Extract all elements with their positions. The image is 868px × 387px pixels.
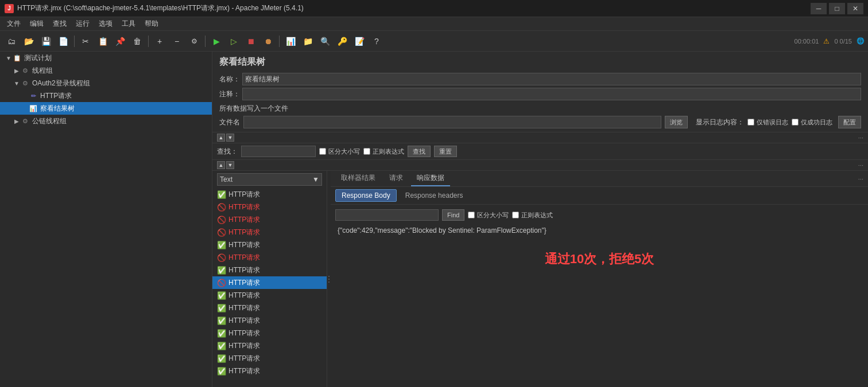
request-item-15[interactable]: ✅ HTTP请求 (212, 365, 327, 377)
request-item-3[interactable]: 🚫 HTTP请求 (212, 213, 327, 226)
menu-tools[interactable]: 工具 (117, 18, 140, 30)
request-item-5[interactable]: ✅ HTTP请求 (212, 239, 327, 251)
sidebar-item-oauth2-group[interactable]: ▼ ⚙ OAuth2登录线程组 (0, 77, 212, 89)
menu-run[interactable]: 运行 (71, 18, 94, 30)
toolbar-start-button[interactable]: ▶ (208, 33, 224, 49)
scroll-down-button[interactable]: ▼ (226, 134, 234, 142)
comment-input[interactable] (242, 88, 861, 100)
sidebar: ▼ 📋 测试计划 ▶ ⚙ 线程组 ▼ ⚙ OAuth2登录线程组 ▶ ✏ HTT… (0, 52, 212, 387)
case-sensitive-label: 区分大小写 (328, 147, 360, 156)
menu-options[interactable]: 选项 (94, 18, 117, 30)
response-content: Find 区分大小写 正则表达式 {"code":429,"message":"… (331, 205, 868, 387)
menu-file[interactable]: 文件 (2, 18, 25, 30)
toolbar-save-button[interactable]: 💾 (38, 33, 54, 49)
browse-button[interactable]: 浏览 (665, 116, 688, 128)
toolbar-help-button[interactable]: ? (369, 33, 385, 49)
find-bar: Find 区分大小写 正则表达式 (335, 208, 863, 222)
drag-dot-1 (328, 276, 330, 277)
toolbar-new-button[interactable]: 🗂 (3, 33, 20, 49)
sidebar-item-label-thread-group-1: 线程组 (32, 66, 53, 76)
scroll-up-button-2[interactable]: ▲ (217, 161, 225, 169)
find-case-sensitive-checkbox[interactable] (468, 212, 475, 218)
sidebar-item-test-plan[interactable]: ▼ 📋 测试计划 (0, 52, 212, 64)
sub-tab-response-headers[interactable]: Response headers (399, 189, 470, 202)
tab-request[interactable]: 请求 (383, 171, 409, 186)
request-item-10[interactable]: ✅ HTTP请求 (212, 302, 327, 314)
error-log-label: 仅错误日志 (757, 118, 788, 127)
toolbar-clearall-button[interactable]: 📁 (300, 33, 316, 49)
request-item-8[interactable]: 🚫 HTTP请求 (212, 276, 327, 289)
file-name-input[interactable] (243, 116, 661, 128)
thread-group-1-icon: ⚙ (21, 66, 30, 75)
find-btn[interactable]: Find (442, 209, 464, 221)
search-input[interactable] (241, 146, 316, 157)
tab-sampler-result[interactable]: 取样器结果 (335, 171, 381, 186)
case-sensitive-row: 区分大小写 (319, 147, 360, 156)
minimize-button[interactable]: ─ (811, 3, 827, 14)
request-item-11[interactable]: ✅ HTTP请求 (212, 314, 327, 327)
tree-arrow-test-plan[interactable]: ▼ (5, 55, 13, 61)
toolbar-clear-button[interactable]: 📊 (282, 33, 299, 49)
tab-response-data[interactable]: 响应数据 (411, 171, 450, 186)
error-log-checkbox-row: 仅错误日志 (747, 118, 788, 127)
toolbar-sep-2 (148, 36, 149, 47)
regex-checkbox[interactable] (363, 148, 370, 155)
timer-display: 00:00:01 (795, 38, 819, 45)
toolbar-settings-button[interactable]: ⚙ (186, 33, 202, 49)
name-input[interactable] (242, 73, 861, 85)
request-item-7[interactable]: ✅ HTTP请求 (212, 264, 327, 276)
find-input[interactable] (335, 209, 439, 221)
request-item-14[interactable]: ✅ HTTP请求 (212, 352, 327, 365)
toolbar-paste-button[interactable]: 📌 (112, 33, 128, 49)
find-regex-checkbox[interactable] (512, 212, 519, 218)
toolbar-template-button[interactable]: 📝 (351, 33, 367, 49)
tree-arrow-oauth2[interactable]: ▼ (13, 80, 21, 87)
scroll-up-button[interactable]: ▲ (217, 134, 225, 142)
req-icon-success-13: ✅ (217, 342, 226, 350)
close-button[interactable]: ✕ (847, 3, 863, 14)
toolbar-shutdown-button[interactable]: ⏺ (260, 33, 276, 49)
req-label-13: HTTP请求 (228, 341, 260, 351)
toolbar-remove-button[interactable]: − (169, 33, 185, 49)
bottom-area: Text ▼ ✅ HTTP请求 🚫 HTTP请求 🚫 HTTP请求 (212, 171, 868, 387)
toolbar-function-button[interactable]: 🔑 (334, 33, 350, 49)
sidebar-item-http-request[interactable]: ▶ ✏ HTTP请求 (0, 89, 212, 102)
scroll-down-button-2[interactable]: ▼ (226, 161, 234, 169)
sidebar-item-thread-group-1[interactable]: ▶ ⚙ 线程组 (0, 64, 212, 77)
request-item-4[interactable]: 🚫 HTTP请求 (212, 226, 327, 239)
request-item-1[interactable]: ✅ HTTP请求 (212, 188, 327, 201)
tree-arrow-thread-group-2[interactable]: ▶ (13, 118, 21, 124)
find-button[interactable]: 查找 (408, 146, 431, 157)
config-button[interactable]: 配置 (838, 116, 861, 128)
req-icon-success-11: ✅ (217, 316, 226, 325)
req-label-8: HTTP请求 (228, 278, 260, 288)
sidebar-item-view-result[interactable]: ▶ 📊 察看结果树 (0, 102, 212, 115)
toolbar-browse-button[interactable]: 🔍 (317, 33, 333, 49)
menu-edit[interactable]: 编辑 (25, 18, 48, 30)
toolbar-add-button[interactable]: + (152, 33, 168, 49)
req-label-10: HTTP请求 (228, 303, 260, 313)
request-list-dropdown[interactable]: Text ▼ (217, 173, 322, 186)
toolbar-stop-button[interactable]: ⏹ (243, 33, 259, 49)
menu-search[interactable]: 查找 (48, 18, 71, 30)
request-item-12[interactable]: ✅ HTTP请求 (212, 327, 327, 339)
request-item-13[interactable]: ✅ HTTP请求 (212, 339, 327, 352)
menu-help[interactable]: 帮助 (140, 18, 163, 30)
toolbar-cut-button[interactable]: ✂ (78, 33, 94, 49)
sub-tab-response-body[interactable]: Response Body (335, 189, 397, 202)
reset-button[interactable]: 重置 (434, 146, 457, 157)
toolbar-saveas-button[interactable]: 📄 (55, 33, 71, 49)
toolbar-delete-button[interactable]: 🗑 (129, 33, 145, 49)
case-sensitive-checkbox[interactable] (319, 148, 326, 155)
toolbar-open-button[interactable]: 📂 (21, 33, 37, 49)
request-item-2[interactable]: 🚫 HTTP请求 (212, 201, 327, 213)
sidebar-item-thread-group-2[interactable]: ▶ ⚙ 公链线程组 (0, 115, 212, 127)
error-log-checkbox[interactable] (747, 119, 754, 126)
toolbar-start-nopause-button[interactable]: ▷ (226, 33, 242, 49)
toolbar-copy-button[interactable]: 📋 (95, 33, 111, 49)
success-log-checkbox[interactable] (792, 119, 799, 126)
maximize-button[interactable]: □ (829, 3, 845, 14)
tree-arrow-thread-group-1[interactable]: ▶ (13, 68, 21, 74)
request-item-6[interactable]: 🚫 HTTP请求 (212, 251, 327, 264)
request-item-9[interactable]: ✅ HTTP请求 (212, 289, 327, 302)
